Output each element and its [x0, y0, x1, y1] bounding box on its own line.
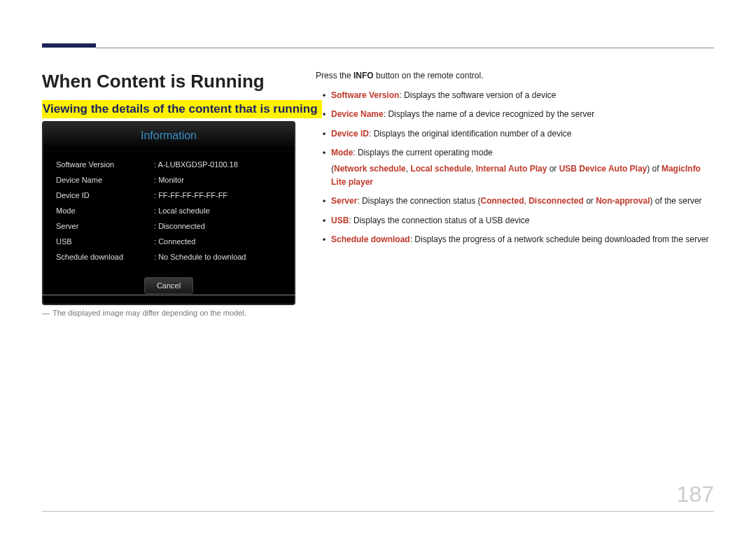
info-value: Monitor [154, 176, 184, 184]
info-label: Schedule download [56, 253, 154, 261]
server-pre: : Displays the connection status ( [357, 196, 480, 206]
bullet-device-id: Device ID: Displays the original identif… [316, 127, 714, 141]
bullet-key: Schedule download [331, 234, 410, 244]
information-panel-footer: Cancel [43, 273, 294, 304]
mode-local-schedule: Local schedule [410, 164, 471, 174]
intro-post: button on the remote control. [374, 71, 484, 80]
mode-network-schedule: Network schedule [334, 164, 406, 174]
intro-info-bold: INFO [354, 71, 374, 80]
info-label: Server [56, 222, 154, 230]
mode-internal-auto-play: Internal Auto Play [476, 164, 547, 174]
page-title: When Content is Running [42, 71, 265, 92]
bullet-text: : Displays the current operating mode [353, 148, 492, 157]
intro-pre: Press the [316, 71, 354, 80]
bullet-key: Mode [331, 148, 353, 157]
footnote: ―The displayed image may differ dependin… [42, 309, 246, 317]
bullet-software-version: Software Version: Displays the software … [316, 89, 714, 102]
bullet-text: : Displays the software version of a dev… [399, 90, 556, 100]
bullet-text: : Displays the original identification n… [369, 129, 572, 139]
server-connected: Connected [480, 196, 524, 206]
bullet-key: USB [331, 216, 349, 225]
info-row-mode: Mode Local schedule [56, 203, 281, 218]
bullet-text: : Displays the connection status of a US… [349, 216, 529, 225]
or-text: or [584, 196, 596, 206]
server-post: ) of the server [650, 196, 702, 206]
info-row-device-id: Device ID FF-FF-FF-FF-FF-FF [56, 188, 281, 203]
info-value: No Schedule to download [154, 253, 246, 261]
server-disconnected: Disconnected [528, 196, 584, 206]
bullet-server: Server: Displays the connection status (… [316, 195, 714, 208]
intro-text: Press the INFO button on the remote cont… [316, 69, 714, 83]
header-rule [96, 48, 714, 48]
page-number: 187 [677, 482, 714, 507]
or-text: or [547, 164, 559, 174]
information-panel: Information Software Version A-LUBXGDSP-… [42, 121, 295, 305]
description-column: Press the INFO button on the remote cont… [316, 69, 714, 252]
info-value: Connected [154, 237, 195, 246]
info-value: A-LUBXGDSP-0100.18 [154, 160, 238, 169]
info-row-software-version: Software Version A-LUBXGDSP-0100.18 [56, 157, 281, 172]
bullet-key: Device Name [331, 109, 384, 119]
footer-rule [42, 511, 714, 512]
information-panel-body: Software Version A-LUBXGDSP-0100.18 Devi… [43, 151, 294, 273]
info-row-server: Server Disconnected [56, 218, 281, 234]
info-label: Device ID [56, 191, 154, 199]
info-label: Software Version [56, 160, 154, 169]
info-value: FF-FF-FF-FF-FF-FF [154, 191, 227, 199]
bullet-mode-detail: (Network schedule, Local schedule, Inter… [316, 162, 714, 189]
bullet-text: : Displays the name of a device recogniz… [384, 109, 595, 119]
info-value: Disconnected [154, 222, 205, 230]
server-non-approval: Non-approval [596, 196, 650, 206]
bullet-key: Device ID [331, 129, 369, 139]
footnote-text: The displayed image may differ depending… [52, 309, 246, 317]
bullet-key: Server [331, 196, 357, 206]
bullet-device-name: Device Name: Displays the name of a devi… [316, 108, 714, 121]
bullet-key: Software Version [331, 90, 399, 100]
cancel-button[interactable]: Cancel [144, 277, 193, 294]
of-text: ) of [647, 164, 662, 174]
info-label: USB [56, 237, 154, 246]
bullet-mode: Mode: Displays the current operating mod… [316, 146, 714, 160]
information-panel-title: Information [43, 122, 294, 151]
bullet-text: : Displays the progress of a network sch… [410, 234, 709, 244]
info-row-usb: USB Connected [56, 234, 281, 249]
mode-usb-auto-play: USB Device Auto Play [559, 164, 648, 174]
section-subheading: Viewing the details of the content that … [42, 100, 322, 118]
info-row-schedule-download: Schedule download No Schedule to downloa… [56, 249, 281, 265]
panel-divider [42, 295, 295, 295]
bullet-usb: USB: Displays the connection status of a… [316, 214, 714, 227]
info-value: Local schedule [154, 206, 210, 215]
comma: , [471, 164, 476, 174]
footnote-dash-icon: ― [42, 309, 50, 317]
info-label: Device Name [56, 176, 154, 184]
info-row-device-name: Device Name Monitor [56, 172, 281, 188]
header-accent-bar [42, 43, 96, 48]
info-label: Mode [56, 206, 154, 215]
bullet-schedule-download: Schedule download: Displays the progress… [316, 233, 714, 246]
